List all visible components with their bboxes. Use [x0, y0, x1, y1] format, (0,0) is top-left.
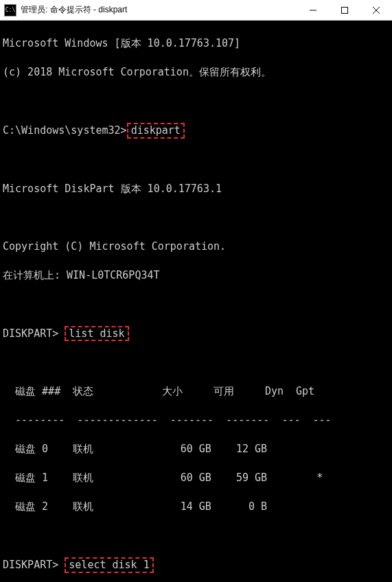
prompt-line: C:\Windows\system32>diskpart — [3, 123, 389, 139]
disk-table-row: 磁盘 2 联机 14 GB 0 B — [3, 500, 389, 514]
window-title: 管理员: 命令提示符 - diskpart — [21, 4, 297, 16]
blank-line — [3, 211, 389, 225]
blank-line — [3, 356, 389, 370]
terminal-output[interactable]: Microsoft Windows [版本 10.0.17763.107] (c… — [0, 21, 392, 582]
text-line: Microsoft DiskPart 版本 10.0.17763.1 — [3, 182, 389, 196]
prompt-line: DISKPART> list disk — [3, 326, 389, 342]
blank-line — [3, 528, 389, 543]
command-highlight-diskpart: diskpart — [127, 123, 185, 139]
disk-table-header: 磁盘 ### 状态 大小 可用 Dyn Gpt — [3, 384, 389, 399]
cmd-icon: C:\ — [4, 4, 16, 16]
window-titlebar: C:\ 管理员: 命令提示符 - diskpart — [0, 0, 392, 21]
text-line: Microsoft Windows [版本 10.0.17763.107] — [3, 36, 389, 51]
text-line: Copyright (C) Microsoft Corporation. — [3, 240, 389, 254]
diskpart-prompt: DISKPART> — [3, 559, 58, 571]
blank-line — [3, 94, 389, 108]
prompt-line: DISKPART> select disk 1 — [3, 557, 389, 573]
disk-table-row: 磁盘 0 联机 60 GB 12 GB — [3, 442, 389, 456]
disk-table-row: 磁盘 1 联机 60 GB 59 GB * — [3, 471, 389, 485]
disk-table-divider: -------- ------------- ------- ------- -… — [3, 413, 389, 428]
text-line: 在计算机上: WIN-L0TCR6PQ34T — [3, 268, 389, 283]
command-highlight-select-disk: select disk 1 — [65, 557, 153, 573]
close-button[interactable] — [360, 0, 392, 21]
command-highlight-list-disk: list disk — [65, 326, 128, 342]
prompt-path: C:\Windows\system32> — [3, 124, 127, 137]
window-controls — [297, 0, 392, 21]
blank-line — [3, 297, 389, 312]
text-line: (c) 2018 Microsoft Corporation。保留所有权利。 — [3, 65, 389, 80]
maximize-button[interactable] — [329, 0, 360, 21]
svg-rect-1 — [342, 7, 348, 13]
blank-line — [3, 153, 389, 167]
minimize-button[interactable] — [297, 0, 329, 21]
diskpart-prompt: DISKPART> — [3, 327, 58, 340]
